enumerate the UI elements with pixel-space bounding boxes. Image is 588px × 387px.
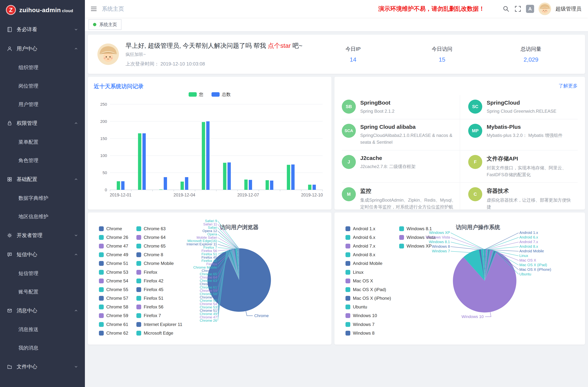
sidebar-section-2[interactable]: 用户中心 (0, 39, 85, 58)
pie-slice-Opera[interactable] (237, 248, 239, 280)
pie-slice-Chrome 61[interactable] (229, 250, 239, 280)
pie-slice-Firefox 45[interactable] (233, 249, 239, 280)
pie-slice-Chrome 49[interactable] (227, 251, 239, 280)
bar-legend-item[interactable]: 您 (189, 91, 203, 97)
pie-legend-item[interactable]: Android Mobile (345, 259, 391, 268)
pie-legend-item[interactable]: Chrome 59 (99, 311, 128, 320)
bar-legend-item[interactable]: 总数 (211, 91, 231, 97)
pie-legend-item[interactable]: Windows 8.1 (399, 224, 436, 233)
pie-slice-Chrome[interactable] (208, 248, 271, 312)
pie-legend-item[interactable]: Chrome 55 (99, 285, 128, 294)
pie-slice-Chrome 63[interactable] (230, 249, 239, 280)
pie-legend-item[interactable]: Firefox 45 (136, 285, 182, 294)
pie-slice-Safari 9[interactable] (239, 248, 239, 280)
pie-slice-Android 1.x[interactable] (485, 249, 485, 281)
pie-slice-Windows XP[interactable] (484, 249, 485, 281)
pie-legend-item[interactable]: Chrome 54 (99, 277, 128, 285)
pie-slice-Windows 8[interactable] (479, 249, 485, 281)
sidebar-subitem[interactable]: 用户管理 (0, 95, 85, 114)
pie-legend-item[interactable]: Ubuntu (345, 303, 391, 311)
pie-legend-item[interactable]: Windows Vista (399, 233, 436, 242)
pie-legend-item[interactable]: Chrome 8 (136, 250, 182, 259)
bar-总数[interactable] (206, 121, 210, 190)
bar-总数[interactable] (164, 177, 167, 190)
pie-slice-Linux[interactable] (485, 249, 490, 281)
pie-legend-item[interactable]: Mac OS X (345, 277, 391, 285)
bar-您[interactable] (223, 163, 227, 190)
bar-您[interactable] (138, 133, 141, 190)
font-size-button[interactable]: A (526, 5, 534, 13)
pie-legend-item[interactable]: Firefox (136, 268, 182, 277)
pie-legend-item[interactable]: Windows 8 (345, 329, 391, 337)
bar-总数[interactable] (270, 181, 273, 190)
pie-slice-Chrome Mobile[interactable] (232, 249, 239, 280)
pie-slice-Opera 12[interactable] (237, 248, 239, 280)
pie-slice-Internet Explorer 11[interactable] (234, 248, 239, 280)
pie-slice-Chrome 65[interactable] (231, 249, 239, 280)
pie-slice-Android 7.x[interactable] (485, 249, 488, 281)
pie-legend-item[interactable]: Chrome 62 (99, 329, 128, 337)
sidebar-section-5[interactable]: 开发者管理 (0, 226, 85, 245)
pie-legend-item[interactable]: Windows 10 (345, 311, 391, 320)
pie-slice-Mobile Safari[interactable] (237, 248, 239, 280)
learn-more-link[interactable]: 了解更多 (558, 83, 578, 89)
pie-legend-item[interactable]: Chrome 53 (99, 268, 128, 277)
pie-legend-item[interactable]: Firefox 42 (136, 277, 182, 285)
sidebar-subitem[interactable]: 账号配置 (0, 283, 85, 301)
pie-legend-item[interactable]: Android 8.x (345, 250, 391, 259)
bar-总数[interactable] (121, 181, 125, 190)
pie-legend-item[interactable]: Chrome 26 (99, 233, 128, 242)
pie-slice-Chrome 26[interactable] (226, 251, 239, 280)
bar-总数[interactable] (291, 164, 294, 190)
bar-总数[interactable] (249, 180, 252, 190)
pie-slice-Chrome 57[interactable] (228, 250, 239, 280)
bar-总数[interactable] (313, 185, 316, 190)
pie-legend-item[interactable]: Firefox 56 (136, 303, 182, 311)
pie-slice-Chrome 59[interactable] (229, 250, 239, 280)
pie-legend-item[interactable]: Chrome 49 (99, 250, 128, 259)
pie-slice-Windows 8.1[interactable] (481, 249, 485, 281)
pie-slice-Windows Vista[interactable] (483, 249, 485, 281)
pie-slice-Firefox 56[interactable] (234, 249, 239, 280)
bar-您[interactable] (159, 189, 163, 190)
sidebar-section-8[interactable]: 文件中心 (0, 357, 85, 376)
pie-slice-Chrome 64[interactable] (231, 249, 239, 280)
user-avatar[interactable] (539, 2, 551, 15)
bar-总数[interactable] (143, 133, 146, 190)
sidebar-subitem[interactable]: 岗位管理 (0, 77, 85, 95)
username[interactable]: 超级管理员 (556, 5, 581, 12)
sidebar-section-3[interactable]: 权限管理 (0, 114, 85, 133)
star-link[interactable]: 点个star (268, 42, 291, 49)
pie-slice-Windows 7[interactable] (463, 250, 485, 281)
pie-legend-item[interactable]: Chrome 58 (99, 303, 128, 311)
pie-slice-Firefox 7[interactable] (234, 249, 239, 280)
pie-legend-item[interactable]: Chrome Mobile (136, 259, 182, 268)
search-icon[interactable] (502, 5, 510, 13)
bar-您[interactable] (202, 122, 205, 190)
pie-legend-item[interactable]: Chrome 65 (136, 242, 182, 250)
pie-slice-Chrome 62[interactable] (229, 250, 239, 280)
sidebar-section-4[interactable]: 基础配置 (0, 170, 85, 189)
sidebar-subitem[interactable]: 我的消息 (0, 339, 85, 357)
sidebar-subitem[interactable]: 短信管理 (0, 264, 85, 283)
pie-slice-Safari[interactable] (237, 248, 239, 280)
pie-slice-Chrome 8[interactable] (232, 249, 239, 280)
bar-总数[interactable] (228, 163, 231, 190)
pie-slice-Firefox 51[interactable] (233, 249, 239, 280)
pie-legend-item[interactable]: Android 6.x (345, 233, 391, 242)
pie-legend-item[interactable]: Chrome 57 (99, 294, 128, 303)
pie-slice-Chrome 47[interactable] (226, 251, 239, 280)
sidebar-section-1[interactable]: 务必详看 (0, 20, 85, 39)
sidebar-subitem[interactable]: 组织管理 (0, 58, 85, 77)
bar-您[interactable] (117, 181, 120, 190)
pie-legend-item[interactable]: Internet Explorer 11 (136, 320, 182, 329)
pie-slice-Android Mobile[interactable] (485, 249, 489, 281)
pie-legend-item[interactable]: Android 7.x (345, 242, 391, 250)
pie-slice-Safari 11[interactable] (238, 248, 239, 280)
fullscreen-icon[interactable] (514, 5, 522, 13)
pie-legend-item[interactable]: Mac OS X (iPhone) (345, 294, 391, 303)
pie-slice-Firefox 42[interactable] (233, 249, 239, 280)
pie-legend-item[interactable]: Chrome (99, 224, 128, 233)
pie-slice-Mac OS X (iPad)[interactable] (485, 250, 494, 281)
bar-您[interactable] (308, 185, 311, 190)
